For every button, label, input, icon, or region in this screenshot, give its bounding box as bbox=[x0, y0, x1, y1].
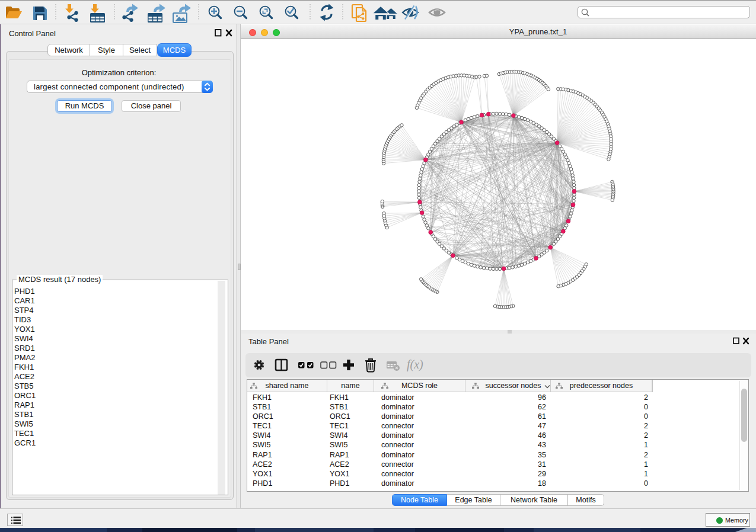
svg-text:f(x): f(x) bbox=[407, 358, 423, 371]
